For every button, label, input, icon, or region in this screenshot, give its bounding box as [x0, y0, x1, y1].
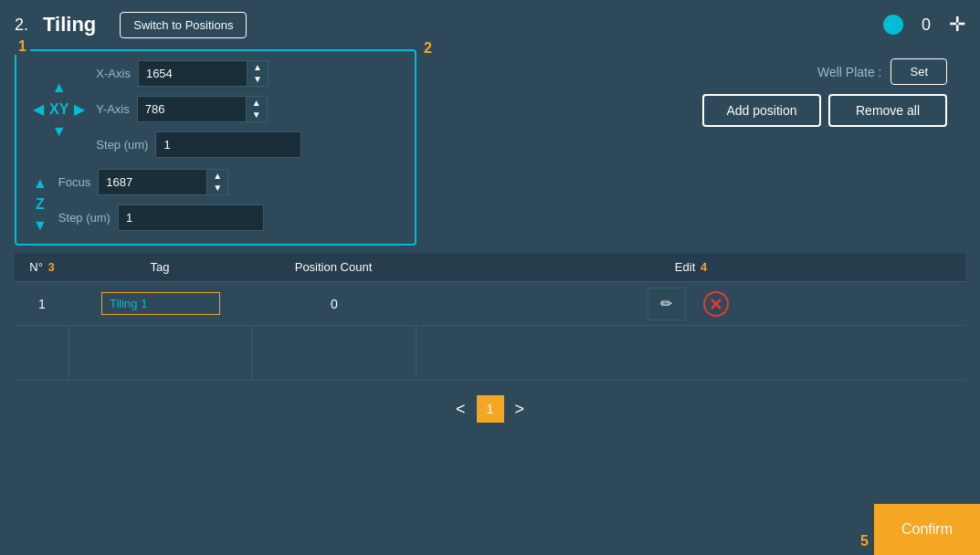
y-axis-up-spinner[interactable]: ▲: [247, 97, 267, 110]
row-position-count: 0: [252, 297, 416, 311]
set-button[interactable]: Set: [890, 58, 947, 85]
step-xy-row: Step (um): [96, 131, 301, 158]
col-header-position-count: Position Count: [252, 260, 416, 274]
focus-up-spinner[interactable]: ▲: [207, 170, 227, 183]
prev-page-button[interactable]: <: [456, 400, 466, 419]
x-axis-label: X-Axis: [96, 67, 131, 80]
tag-input[interactable]: [101, 292, 220, 315]
position-buttons: Add position Remove all: [435, 94, 965, 127]
well-plate-row: Well Plate : Set: [435, 58, 965, 85]
status-dot-icon: [883, 15, 903, 35]
focus-input[interactable]: [98, 169, 207, 195]
x-axis-input-group: ▲ ▼: [138, 60, 269, 87]
table-row: 1 0 ✏: [15, 282, 965, 326]
status-count: 0: [922, 16, 931, 35]
xy-left-button[interactable]: ◀: [31, 100, 46, 119]
next-page-button[interactable]: >: [515, 400, 525, 419]
xy-down-button[interactable]: ▼: [50, 122, 68, 141]
left-panel: 1 ▲ ◀ XY ▶ ▼ X-Axis: [15, 49, 416, 246]
z-up-button[interactable]: ▲: [31, 174, 49, 193]
header: 2. Tiling Switch to Positions 0 ✛: [0, 0, 980, 49]
xy-right-button[interactable]: ▶: [72, 100, 87, 119]
y-axis-input[interactable]: [137, 96, 247, 122]
xy-label: XY: [49, 101, 68, 118]
header-right: 0 ✛: [883, 13, 965, 37]
col-header-tag: Tag: [69, 260, 252, 274]
table-section: N° 3 Tag Position Count Edit 4 1 0 ✏: [15, 253, 965, 381]
z-label: Z: [36, 196, 45, 213]
add-position-button[interactable]: Add position: [702, 94, 821, 127]
confirm-area: 5 Confirm: [860, 504, 980, 555]
focus-spinners: ▲ ▼: [207, 169, 228, 195]
edit-pencil-button[interactable]: ✏: [648, 288, 686, 320]
z-controls: ▲ Z ▼: [31, 174, 49, 235]
step-label: 2.: [15, 16, 28, 35]
focus-input-group: ▲ ▼: [98, 169, 228, 195]
remove-all-button[interactable]: Remove all: [828, 94, 947, 127]
table-header: N° 3 Tag Position Count Edit 4: [15, 253, 965, 282]
x-axis-row: X-Axis ▲ ▼: [96, 60, 301, 87]
confirm-section: 5 Confirm: [860, 504, 980, 555]
step-xy-input[interactable]: [155, 131, 301, 158]
z-fields-area: Focus ▲ ▼ Step (um): [58, 169, 264, 231]
pagination: < 1 >: [0, 395, 980, 423]
y-axis-row: Y-Axis ▲ ▼: [96, 96, 301, 122]
col-header-no: N° 3: [15, 260, 69, 274]
confirm-number: 5: [860, 533, 869, 553]
right-panel: 2 Well Plate : Set Add position Remove a…: [435, 49, 965, 246]
move-icon[interactable]: ✛: [949, 13, 965, 37]
y-axis-input-group: ▲ ▼: [137, 96, 268, 122]
main-content: 1 ▲ ◀ XY ▶ ▼ X-Axis: [0, 49, 980, 246]
confirm-button[interactable]: Confirm: [874, 504, 980, 555]
current-page-button[interactable]: 1: [477, 395, 504, 423]
row-tag: [69, 292, 252, 315]
step-z-label: Step (um): [58, 211, 111, 225]
xy-up-button[interactable]: ▲: [50, 79, 68, 97]
xy-controls: ▲ ◀ XY ▶ ▼: [31, 79, 87, 141]
fields-area: X-Axis ▲ ▼ Y-Axis ▲: [96, 60, 301, 158]
panel-number-2: 2: [424, 40, 432, 57]
empty-row: [15, 326, 965, 381]
z-down-button[interactable]: ▼: [31, 216, 49, 235]
page-title: Tiling: [43, 13, 96, 37]
step-xy-label: Step (um): [96, 138, 148, 152]
y-axis-down-spinner[interactable]: ▼: [247, 110, 267, 122]
focus-row: Focus ▲ ▼: [58, 169, 264, 195]
y-axis-label: Y-Axis: [96, 102, 129, 116]
edit-delete-button[interactable]: [697, 288, 735, 320]
panel-number-1: 1: [15, 38, 30, 55]
row-no: 1: [15, 297, 69, 311]
well-plate-label: Well Plate :: [817, 65, 882, 79]
step-z-input[interactable]: [118, 204, 264, 231]
focus-down-spinner[interactable]: ▼: [207, 183, 227, 195]
focus-label: Focus: [58, 175, 90, 189]
row-edit: ✏: [416, 288, 965, 320]
switch-to-positions-button[interactable]: Switch to Positions: [120, 12, 247, 38]
x-axis-up-spinner[interactable]: ▲: [248, 61, 268, 74]
x-axis-down-spinner[interactable]: ▼: [248, 74, 268, 87]
step-z-row: Step (um): [58, 204, 264, 231]
x-axis-input[interactable]: [138, 60, 248, 87]
x-axis-spinners: ▲ ▼: [248, 60, 269, 87]
y-axis-spinners: ▲ ▼: [247, 96, 268, 122]
col-header-edit: Edit 4: [416, 260, 965, 274]
